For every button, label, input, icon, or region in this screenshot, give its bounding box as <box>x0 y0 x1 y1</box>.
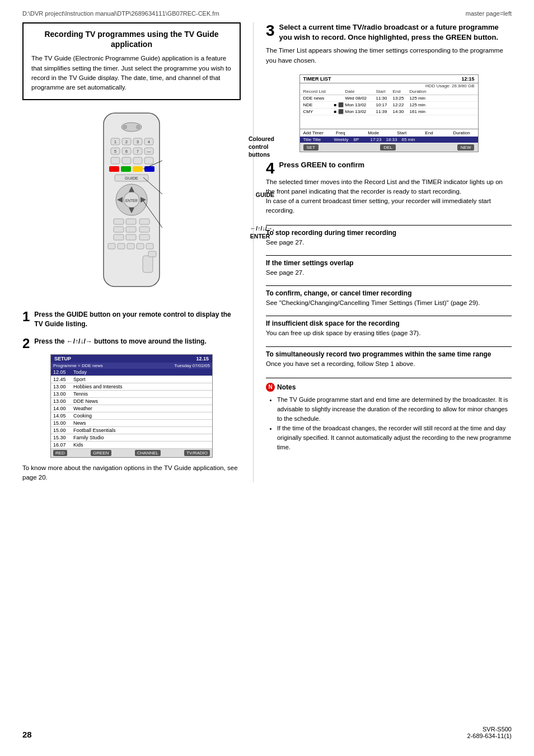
step-4: 4 Press GREEN to confirm The selected ti… <box>266 160 512 216</box>
timer-list-row: NDE ■ ⬛ Mon 13/02 10:17 12:22 125 min <box>300 102 478 109</box>
svg-rect-47 <box>118 243 125 249</box>
svg-rect-39 <box>139 219 149 224</box>
right-column: 3 Select a current time TV/radio broadca… <box>266 22 512 482</box>
section-title: Recording TV programmes using the TV Gui… <box>31 29 232 49</box>
setup-screen-row: 12.05Today <box>51 369 212 376</box>
callout-guide: GUIDE <box>256 191 274 198</box>
subheading-body-simultaneous: Once you have set a recording, follow St… <box>266 359 512 369</box>
row-prog: Kids <box>73 442 210 448</box>
add-end-label: End <box>425 130 441 135</box>
timer-btn-set[interactable]: SET <box>303 144 319 151</box>
row-time: 14.00 <box>53 406 73 411</box>
trow-icons <box>334 96 345 101</box>
svg-rect-49 <box>137 243 144 249</box>
nav-channel-btn[interactable]: CHANNEL <box>135 450 161 456</box>
row-time: 12.45 <box>53 377 73 382</box>
timer-spacer <box>300 115 478 126</box>
setup-screen-row: 15.00Football Essentials <box>51 427 212 434</box>
page-footer-right: SVR-S500 2-689-634-11(1) <box>467 726 512 739</box>
timer-btn-del[interactable]: DEL <box>380 144 396 151</box>
remote-container: 1 2 3 4 5 6 7 — <box>76 110 188 302</box>
step-1-number: 1 <box>22 310 30 323</box>
nav-red-btn[interactable]: RED <box>53 450 67 456</box>
subheading-title-confirm-change: To confirm, change, or cancel timer reco… <box>266 285 512 297</box>
nav-green-btn[interactable]: GREEN <box>91 450 111 456</box>
trow-date: Mon 13/02 <box>345 102 376 107</box>
svg-text:1: 1 <box>114 140 116 144</box>
timer-col-headers: Record List Date Start End Duration <box>300 88 478 95</box>
step-2: 2 Press the ←/↑/↓/→ buttons to move arou… <box>22 337 241 346</box>
add-row-container: Title Title Weekly 8P 17:23 18:33 65 min <box>300 137 478 143</box>
trow-start: 11:39 <box>376 109 393 114</box>
svg-rect-45 <box>139 234 149 240</box>
timer-btn-new[interactable]: NEW <box>457 144 475 151</box>
col-start: Start <box>376 89 393 94</box>
trow-name: CMY <box>303 109 334 114</box>
svg-text:3: 3 <box>137 140 139 144</box>
add-start-label: Start <box>397 130 413 135</box>
nav-tvradio-btn[interactable]: TV/RADIO <box>184 450 210 456</box>
svg-rect-44 <box>126 234 136 240</box>
trow-date: Wed 08/02 <box>345 96 376 101</box>
svg-rect-22 <box>133 157 142 164</box>
row-time: 13.00 <box>53 384 73 389</box>
row-prog: Weather <box>73 406 210 411</box>
step-3-body: The Timer List appears showing the timer… <box>266 46 512 65</box>
screen-prog-header: Programme = DDE news Tuesday 07/02/05 <box>51 363 212 369</box>
timer-list-header: TIMER LIST 12:15 <box>300 75 478 83</box>
row-time: 15.00 <box>53 428 73 433</box>
svg-rect-40 <box>114 227 124 232</box>
left-column: Recording TV programmes using the TV Gui… <box>22 22 241 482</box>
setup-screen: SETUP 12.15 Programme = DDE news Tuesday… <box>50 354 213 458</box>
note-item: The TV Guide programme start and end tim… <box>277 395 512 424</box>
svg-rect-37 <box>114 219 124 224</box>
col-duration: Duration <box>410 89 432 94</box>
remote-svg: 1 2 3 4 5 6 7 — <box>76 110 188 300</box>
row-prog: Family Studio <box>73 435 210 440</box>
row-prog: Football Essentials <box>73 428 210 433</box>
step-4-text: Press GREEN to confirm <box>279 160 512 170</box>
step-4-number: 4 <box>266 160 275 177</box>
row-prog: Sport <box>73 377 210 382</box>
subheading-body-insufficient-disk: You can free up disk space by erasing ti… <box>266 328 512 338</box>
svg-text:—: — <box>147 149 151 153</box>
subheadings-container: To stop recording during timer recording… <box>266 225 512 369</box>
subheading-body-timer-overlap: See page 27. <box>266 268 512 278</box>
setup-rows: 12.05Today12.45Sport13.00Hobbies and Int… <box>51 369 212 449</box>
step-4-body: The selected timer moves into the Record… <box>266 177 512 216</box>
step-2-text: Press the ←/↑/↓/→ buttons to move around… <box>34 337 241 346</box>
step-1: 1 Press the GUIDE button on your remote … <box>22 310 241 329</box>
timer-list-mockup: TIMER LIST 12:15 HDD Usage: 26.9/80 GB R… <box>299 74 479 152</box>
row-time: 15.30 <box>53 435 73 440</box>
trow-name: NDE <box>303 102 334 107</box>
row-prog: Tennis <box>73 391 210 397</box>
subheading-body-stop-recording: See page 27. <box>266 238 512 247</box>
step-1-text: Press the GUIDE button on your remote co… <box>34 310 241 329</box>
svg-rect-46 <box>108 243 115 249</box>
footer-model: SVR-S500 <box>467 726 512 732</box>
svg-rect-42 <box>139 227 149 232</box>
footer-code: 2-689-634-11(1) <box>467 732 512 739</box>
timer-footer: SET DEL NEW <box>300 143 478 152</box>
svg-rect-20 <box>111 157 120 164</box>
add-row-dur: 65 min <box>402 137 423 142</box>
timer-list-title: TIMER LIST <box>303 76 331 82</box>
svg-rect-24 <box>109 166 119 172</box>
row-time: 15.00 <box>53 420 73 426</box>
svg-text:7: 7 <box>137 149 139 153</box>
add-timer-row: Title Title Weekly 8P 17:23 18:33 65 min <box>300 137 478 143</box>
trow-start: 11:30 <box>376 96 393 101</box>
add-freq-label: Freq <box>336 130 355 135</box>
add-row-end: 18:33 <box>386 137 402 142</box>
trow-icons: ■ ⬛ <box>334 109 345 114</box>
col-date: Date <box>345 89 376 94</box>
trow-dur: 125 min <box>410 102 432 107</box>
svg-rect-52 <box>148 251 156 257</box>
timer-list-row: DDE news Wed 08/02 11:30 13:25 125 min <box>300 95 478 102</box>
trow-start: 10:17 <box>376 102 393 107</box>
row-prog: Cooking <box>73 413 210 419</box>
setup-screen-row: 12.45Sport <box>51 376 212 383</box>
svg-rect-26 <box>133 166 143 172</box>
notes-section: N Notes The TV Guide programme start and… <box>266 378 512 452</box>
page-header: D:\DVR project\Instruction manual\DTP\26… <box>0 0 534 17</box>
